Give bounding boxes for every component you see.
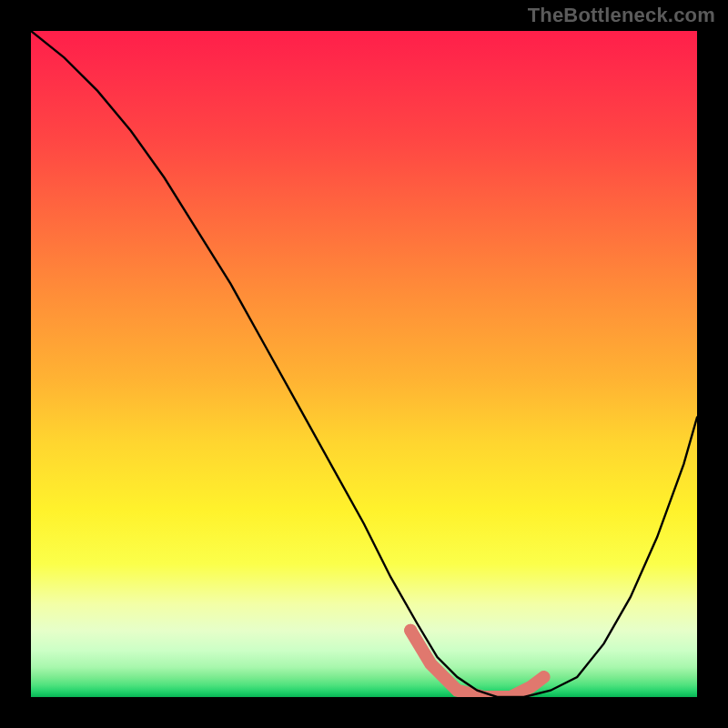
- plot-area: [31, 31, 697, 697]
- chart-stage: TheBottleneck.com: [0, 0, 728, 728]
- curve-layer: [31, 31, 697, 697]
- bottleneck-curve: [31, 31, 697, 697]
- watermark-text: TheBottleneck.com: [528, 4, 715, 27]
- optimal-zone-highlight: [410, 631, 543, 697]
